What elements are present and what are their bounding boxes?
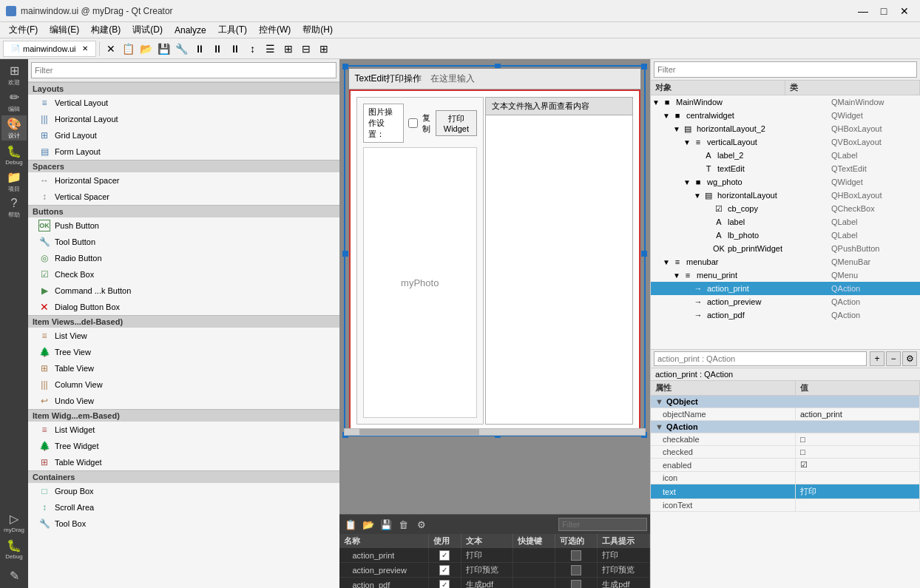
property-row[interactable]: text 打印	[651, 484, 920, 499]
toolbar-btn-7[interactable]: ⏸	[209, 41, 226, 57]
object-filter-input[interactable]	[654, 61, 917, 78]
checkable-checkbox[interactable]	[571, 580, 581, 589]
toolbar-btn-6[interactable]: ⏸	[192, 41, 208, 57]
property-row[interactable]: checkable □	[651, 433, 920, 446]
action-save-btn[interactable]: 💾	[378, 517, 394, 532]
resize-handle-tl[interactable]	[342, 64, 348, 70]
widget-radio-button[interactable]: ◎ Radio Button	[28, 250, 339, 266]
used-checkbox[interactable]: ✓	[439, 565, 450, 575]
tree-item[interactable]: A lb_photo QLabel	[651, 229, 920, 242]
mode-mydrag[interactable]: ▷ myDrag	[1, 510, 27, 535]
widget-push-button[interactable]: OK Push Button	[28, 217, 339, 234]
mode-debug2[interactable]: 🐛 Debug	[1, 536, 27, 561]
mode-project[interactable]: 📁 项目	[1, 169, 27, 194]
mode-debug[interactable]: 🐛 Debug	[1, 142, 27, 167]
widget-vertical-layout[interactable]: ≡ Vertical Layout	[28, 95, 339, 111]
menu-debug[interactable]: 调试(D)	[126, 22, 169, 38]
widget-scroll-area[interactable]: ↕ Scroll Area	[28, 499, 339, 516]
tree-item[interactable]: ▼ ■ wg_photo QWidget	[651, 175, 920, 189]
property-row[interactable]: checked □	[651, 446, 920, 459]
prop-value[interactable]: □	[795, 446, 919, 459]
tree-item[interactable]: ▼ ▤ horizontalLayout QHBoxLayout	[651, 189, 920, 202]
property-row[interactable]: icon	[651, 472, 920, 484]
action-row[interactable]: action_pdf ✓ 生成pdf 生成pdf	[339, 578, 650, 589]
widget-tree-view[interactable]: 🌲 Tree View	[28, 344, 339, 360]
minimize-button[interactable]: —	[853, 4, 873, 18]
property-filter-input[interactable]	[654, 351, 867, 366]
maximize-button[interactable]: □	[874, 4, 893, 18]
prop-minus-btn[interactable]: −	[886, 351, 901, 366]
mode-design[interactable]: 🎨 设计	[1, 115, 27, 141]
toolbar-btn-3[interactable]: 📂	[138, 41, 155, 57]
tree-item[interactable]: → action_preview QAction	[651, 295, 920, 308]
toolbar-btn-4[interactable]: 💾	[156, 41, 172, 57]
widget-table-widget[interactable]: ⊞ Table Widget	[28, 454, 339, 470]
widget-undo-view[interactable]: ↩ Undo View	[28, 393, 339, 409]
tree-item[interactable]: ▼ ■ MainWindow QMainWindow	[651, 95, 920, 109]
widget-command-button[interactable]: ▶ Command ...k Button	[28, 283, 339, 299]
toolbar-btn-10[interactable]: ☰	[263, 41, 279, 57]
resize-handle-mr[interactable]	[641, 251, 647, 257]
toolbar-btn-13[interactable]: ⊞	[316, 41, 332, 57]
widget-tool-box[interactable]: 🔧 Tool Box	[28, 516, 339, 532]
action-delete-btn[interactable]: 🗑	[396, 517, 412, 532]
menu-file[interactable]: 文件(F)	[3, 22, 44, 38]
prop-value[interactable]: action_print	[795, 408, 919, 421]
mode-help[interactable]: ? 帮助	[1, 195, 27, 220]
prop-value[interactable]: ☑	[795, 459, 919, 472]
action-filter-input[interactable]	[558, 518, 647, 531]
toolbar-btn-11[interactable]: ⊞	[280, 41, 297, 57]
tree-item[interactable]: A label QLabel	[651, 215, 920, 229]
menu-edit[interactable]: 编辑(E)	[44, 22, 85, 38]
mode-edit[interactable]: ✏ 编辑	[1, 89, 27, 114]
prop-value[interactable]	[795, 472, 919, 484]
prop-settings-btn[interactable]: ⚙	[902, 351, 917, 366]
resize-handle-tr[interactable]	[641, 64, 647, 70]
used-checkbox[interactable]: ✓	[439, 580, 450, 589]
widget-table-view[interactable]: ⊞ Table View	[28, 360, 339, 376]
toolbar-btn-2[interactable]: 📋	[121, 41, 137, 57]
tree-item[interactable]: ▼ ≡ verticalLayout QVBoxLayout	[651, 135, 920, 149]
action-open-btn[interactable]: 📂	[360, 517, 376, 532]
prop-value[interactable]: 打印	[795, 484, 919, 499]
menu-build[interactable]: 构建(B)	[85, 22, 126, 38]
tree-item[interactable]: ☑ cb_copy QCheckBox	[651, 202, 920, 215]
prop-value[interactable]: □	[795, 433, 919, 446]
widget-tree-widget[interactable]: 🌲 Tree Widget	[28, 438, 339, 454]
menu-tools[interactable]: 工具(T)	[212, 22, 253, 38]
property-row[interactable]: iconText	[651, 499, 920, 512]
widget-column-view[interactable]: ||| Column View	[28, 376, 339, 393]
widget-horizontal-layout[interactable]: ||| Horizontal Layout	[28, 111, 339, 127]
widget-check-box[interactable]: ☑ Check Box	[28, 266, 339, 283]
close-tab-icon[interactable]: ✕	[82, 44, 88, 53]
toolbar-btn-1[interactable]: ✕	[103, 41, 119, 57]
widget-filter-input[interactable]	[31, 62, 336, 78]
resize-handle-ml[interactable]	[342, 251, 348, 257]
toolbar-btn-8[interactable]: ⏸	[227, 41, 243, 57]
close-button[interactable]: ✕	[895, 4, 914, 18]
canvas-copy-checkbox[interactable]	[408, 118, 418, 128]
property-row[interactable]: ▼QObject	[651, 396, 920, 408]
prop-add-btn[interactable]: +	[870, 351, 885, 366]
toolbar-btn-5[interactable]: 🔧	[174, 41, 190, 57]
prop-value[interactable]	[795, 499, 919, 512]
widget-list-widget[interactable]: ≡ List Widget	[28, 422, 339, 438]
tree-item[interactable]: T textEdit QTextEdit	[651, 162, 920, 175]
tree-item[interactable]: → action_print QAction	[651, 282, 920, 295]
widget-vertical-spacer[interactable]: ↕ Vertical Spacer	[28, 189, 339, 205]
tree-item[interactable]: → action_pdf QAction	[651, 308, 920, 322]
toolbar-btn-12[interactable]: ⊟	[298, 41, 314, 57]
tree-item[interactable]: ▼ ▤ horizontalLayout_2 QHBoxLayout	[651, 122, 920, 135]
widget-grid-layout[interactable]: ⊞ Grid Layout	[28, 127, 339, 143]
widget-dialog-button[interactable]: ✕ Dialog Button Box	[28, 299, 339, 315]
property-row[interactable]: objectName action_print	[651, 408, 920, 421]
file-tab[interactable]: 📄 mainwindow.ui ✕	[3, 41, 96, 57]
tree-item[interactable]: A label_2 QLabel	[651, 149, 920, 162]
menu-help[interactable]: 帮助(H)	[297, 22, 339, 38]
checkable-checkbox[interactable]	[571, 565, 581, 575]
tree-item[interactable]: ▼ ■ centralwidget QWidget	[651, 109, 920, 122]
action-settings-btn[interactable]: ⚙	[413, 517, 430, 532]
widget-horizontal-spacer[interactable]: ↔ Horizontal Spacer	[28, 172, 339, 189]
action-add-btn[interactable]: 📋	[342, 517, 359, 532]
widget-list-view[interactable]: ≡ List View	[28, 328, 339, 344]
